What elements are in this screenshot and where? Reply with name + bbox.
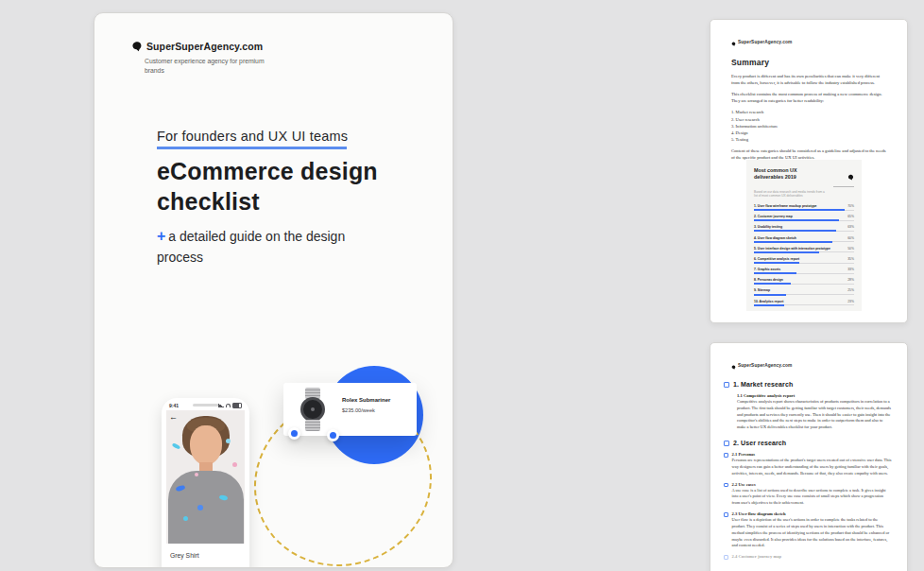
chart-row: 10. Analytics report23 xyxy=(754,300,854,306)
summary-heading: Summary xyxy=(731,58,886,67)
product-price: $17.00 xyxy=(170,566,190,568)
chart-row: 5. User interface design with interactio… xyxy=(754,247,854,253)
chart-subtitle: Based on our data research and media tre… xyxy=(754,190,828,199)
checkbox-icon xyxy=(724,453,728,458)
brand-tagline: Customer experience agency for premium b… xyxy=(145,57,267,76)
chart-row: 8. Personas design28 xyxy=(754,278,854,285)
list-item: 4. Design xyxy=(731,130,886,136)
cover-subtitle: +a detailed guide on the design process xyxy=(157,225,384,268)
section-market-research: 1. Market research xyxy=(724,381,892,388)
checkbox-icon xyxy=(724,441,729,446)
chart-row: 6. Competitive analysis report35 xyxy=(754,257,854,264)
watch-name: Rolex Submariner xyxy=(342,397,390,403)
brand-name: SuperSuperAgency.com xyxy=(146,41,263,52)
checkbox-icon xyxy=(724,512,728,517)
item-body: User flow is a depiction of the user's a… xyxy=(732,517,892,549)
phone-statusbar: 9:41 xyxy=(169,402,242,409)
item-title: 2.4 Customer journey map xyxy=(732,554,782,559)
design-canvas: { "colors": { "accent_blue": "#2E6BF6", … xyxy=(0,0,924,571)
chart-title: Most common UX deliverables 2019 xyxy=(754,167,820,187)
card-pin-dot xyxy=(327,429,339,441)
summary-paragraph: This checklist contains the most common … xyxy=(731,91,886,104)
item-body: A use case is a list of actions used to … xyxy=(732,488,892,507)
chart-row: 4. User flow diagram sketch60 xyxy=(754,236,854,243)
phone-mockup: 9:41 ← Grey Shirt $17.00 V xyxy=(162,398,249,568)
chart-row: 1. User flow wireframe mockup prototype7… xyxy=(754,204,854,211)
cover-page-frame[interactable]: SuperSuperAgency.com Customer experience… xyxy=(94,12,453,568)
eyebrow-underline xyxy=(157,147,347,149)
list-item: 5. Testing xyxy=(731,136,886,143)
brand-logo: SuperSuperAgency.com xyxy=(731,356,792,373)
back-arrow-icon: ← xyxy=(169,412,178,422)
battery-icon xyxy=(232,403,242,408)
watch-price: $235.00/week xyxy=(342,407,375,413)
wifi-icon xyxy=(226,404,231,407)
logo-icon xyxy=(731,356,736,373)
checklist-item: 2.1 Personas Personas are representation… xyxy=(724,452,892,476)
plus-icon: + xyxy=(157,228,165,244)
product-name: Grey Shirt xyxy=(170,552,199,559)
watch-illustration xyxy=(297,388,329,431)
chart-row: 2. Customer journey map65 xyxy=(754,215,854,221)
watch-product-card: Rolex Submariner $235.00/week xyxy=(283,383,417,436)
chart-row: 3. Usability testing63 xyxy=(754,225,854,232)
list-item: 2. User research xyxy=(731,116,886,123)
chart-row: 9. Sitemap25 xyxy=(754,288,854,295)
summary-paragraph: Every product is different and has its o… xyxy=(731,73,886,86)
checkbox-icon xyxy=(724,483,728,488)
brand-logo: SuperSuperAgency.com xyxy=(131,41,263,52)
summary-category-list: 1. Market research 2. User research 3. I… xyxy=(731,109,886,143)
checklist-item: 2.4 Customer journey map xyxy=(724,554,892,560)
status-time: 9:41 xyxy=(169,403,179,408)
checklist-page-frame[interactable]: SuperSuperAgency.com 1. Market research … xyxy=(710,342,908,571)
chart-rows: 1. User flow wireframe mockup prototype7… xyxy=(754,204,854,305)
brand-name: SuperSuperAgency.com xyxy=(738,40,792,44)
chart-brand-logo xyxy=(833,167,854,187)
map-pin-dot xyxy=(288,427,300,440)
logo-icon xyxy=(131,41,143,52)
checkbox-icon xyxy=(724,555,728,560)
cover-eyebrow: For founders and UX UI teams xyxy=(157,129,348,144)
brand-name: SuperSuperAgency.com xyxy=(738,363,792,368)
item-body: Competitive analysis report shows charac… xyxy=(737,399,892,431)
person-shirt xyxy=(168,471,244,544)
phone-product-info: Grey Shirt $17.00 VAT included xyxy=(162,545,249,568)
chart-row: 7. Graphic assets33 xyxy=(754,268,854,274)
brand-logo: SuperSuperAgency.com xyxy=(731,33,792,50)
checklist-item: 2.3 User flow diagram sketch User flow i… xyxy=(724,511,892,549)
signal-icon xyxy=(218,404,224,407)
checklist-item: 2.2 Use cases A use case is a list of ac… xyxy=(724,482,892,507)
section-user-research: 2. User research xyxy=(724,440,892,446)
logo-icon xyxy=(731,33,736,50)
item-title: 2.2 Use cases xyxy=(732,482,892,487)
list-item: 3. Information architecture xyxy=(731,123,886,130)
person-face xyxy=(190,425,222,465)
item-title: 2.3 User flow diagram sketch xyxy=(732,511,892,516)
product-photo xyxy=(166,410,245,544)
list-item: 1. Market research xyxy=(731,109,886,115)
checkbox-icon xyxy=(724,382,729,388)
item-body: Personas are representations of the prod… xyxy=(732,458,892,476)
item-title: 1.1 Competitive analysis report xyxy=(737,393,892,398)
summary-page-frame[interactable]: SuperSuperAgency.com Summary Every produ… xyxy=(710,19,908,323)
item-title: 2.1 Personas xyxy=(732,452,892,457)
ux-deliverables-chart: Most common UX deliverables 2019 Based o… xyxy=(746,160,862,311)
cover-title: eCommerce design checklist xyxy=(157,157,412,217)
